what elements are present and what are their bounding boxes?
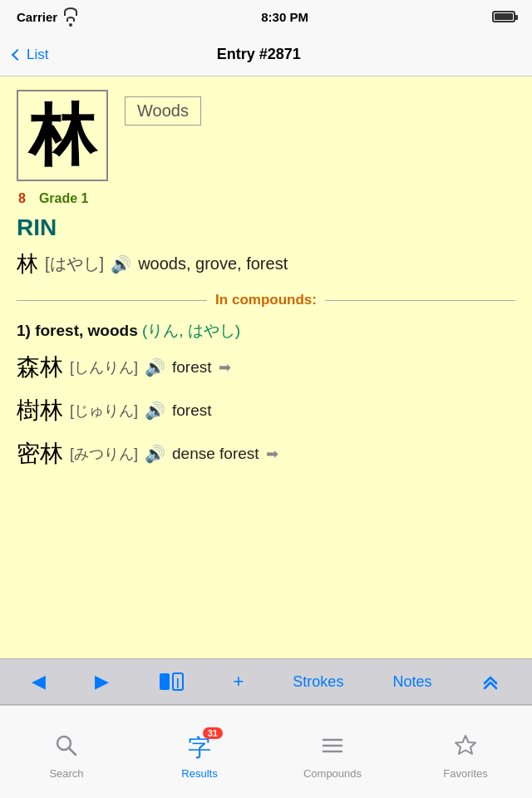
chevron-left-icon [12, 48, 23, 60]
wifi-icon [64, 7, 77, 27]
nav-title: Entry #2871 [217, 46, 301, 63]
tab-results-label: Results [181, 767, 217, 780]
divider-line-left [17, 300, 207, 301]
notes-label: Notes [392, 673, 431, 691]
kanji-box: 林 [17, 90, 108, 181]
compound-row-1: 森林 [しんりん] 🔊 forest ➡ [17, 352, 515, 383]
search-icon [54, 733, 79, 764]
tab-favorites[interactable]: Favorites [399, 706, 532, 798]
strokes-button[interactable]: Strokes [286, 670, 350, 694]
status-time: 8:30 PM [261, 10, 308, 24]
comp-reading-2: [じゅりん] [70, 401, 138, 421]
tab-search[interactable]: Search [0, 706, 133, 798]
meaning-section: Woods [125, 90, 201, 126]
grade-label: Grade 1 [39, 191, 89, 206]
comp-meaning-2: forest [172, 401, 212, 420]
favorites-icon [453, 733, 478, 764]
results-icon: 字 31 [188, 732, 211, 764]
notes-button[interactable]: Notes [386, 670, 438, 694]
flashcard-button[interactable]: | [151, 667, 191, 697]
compound-row-2: 樹林 [じゅりん] 🔊 forest [17, 395, 515, 426]
add-icon: + [234, 671, 244, 692]
nav-bar: List Entry #2871 [0, 33, 532, 76]
tab-favorites-label: Favorites [443, 767, 487, 780]
stroke-count: 8 [18, 191, 26, 206]
main-content: 林 Woods 8 Grade 1 RIN 林 [はやし] 🔊 woods, g… [0, 76, 532, 658]
back-label: List [27, 47, 48, 63]
speaker-icon[interactable]: 🔊 [111, 254, 131, 274]
tab-search-label: Search [49, 767, 83, 780]
flashcard-icon: | [158, 670, 185, 693]
kanji-meaning: Woods [125, 96, 201, 126]
speaker-icon-3[interactable]: 🔊 [145, 444, 165, 464]
section-label: In compounds: [215, 292, 317, 308]
arrow-icon-1: ➡ [219, 358, 231, 377]
svg-text:|: | [176, 676, 180, 688]
comp-reading-1: [しんりん] [70, 357, 138, 377]
comp-kanji-3: 密林 [17, 438, 63, 470]
comp-kanji-2: 樹林 [17, 395, 63, 426]
compound-row-3: 密林 [みつりん] 🔊 dense forest ➡ [17, 438, 515, 470]
pronunciation-row: 林 [はやし] 🔊 woods, grove, forest [17, 249, 515, 278]
add-button[interactable]: + [227, 667, 251, 696]
status-bar: Carrier 8:30 PM [0, 0, 532, 33]
tab-results[interactable]: 字 31 Results [133, 706, 266, 798]
comp-kanji-1: 森林 [17, 352, 63, 383]
battery-icon [492, 11, 515, 22]
status-right [492, 11, 515, 22]
tab-bar: Search 字 31 Results Compounds Favorites [0, 705, 532, 798]
compound-meaning-1: 1) forest, woods (りん, はやし) [17, 320, 515, 342]
kanji-header: 林 Woods [17, 90, 515, 181]
tab-compounds-label: Compounds [303, 767, 362, 780]
reading-label: RIN [17, 214, 515, 241]
compound-meaning-text: forest, woods [35, 322, 138, 339]
section-divider: In compounds: [17, 292, 515, 308]
divider-line-right [325, 300, 515, 301]
next-button[interactable]: ▶ [88, 667, 116, 696]
back-button[interactable]: List [13, 47, 48, 63]
kanji-meta: 8 Grade 1 [18, 191, 515, 206]
status-left: Carrier [17, 7, 77, 27]
pron-kanji: 林 [17, 249, 38, 278]
pron-meaning: woods, grove, forest [138, 254, 288, 273]
compound-readings: (りん, はやし) [142, 322, 240, 339]
kanji-character: 林 [29, 102, 96, 169]
scroll-top-icon [480, 672, 500, 692]
tab-compounds[interactable]: Compounds [266, 706, 399, 798]
compound-number: 1) [17, 322, 31, 339]
svg-line-4 [69, 748, 76, 755]
comp-meaning-3: dense forest [172, 445, 259, 463]
compounds-icon [320, 733, 345, 764]
comp-reading-3: [みつりん] [70, 444, 138, 464]
comp-meaning-1: forest [172, 358, 212, 377]
svg-rect-0 [160, 673, 170, 690]
speaker-icon-1[interactable]: 🔊 [145, 357, 165, 377]
prev-button[interactable]: ◀ [25, 667, 52, 696]
prev-icon: ◀ [32, 671, 46, 692]
results-badge: 31 [203, 727, 223, 739]
arrow-icon-3: ➡ [266, 445, 278, 463]
toolbar: ◀ ▶ | + Strokes Notes [0, 658, 532, 705]
svg-marker-8 [456, 736, 475, 754]
next-icon: ▶ [95, 671, 109, 692]
strokes-label: Strokes [293, 673, 343, 691]
carrier-label: Carrier [17, 10, 57, 24]
pron-reading: [はやし] [45, 253, 104, 275]
scroll-top-button[interactable] [474, 668, 507, 695]
speaker-icon-2[interactable]: 🔊 [145, 401, 165, 421]
